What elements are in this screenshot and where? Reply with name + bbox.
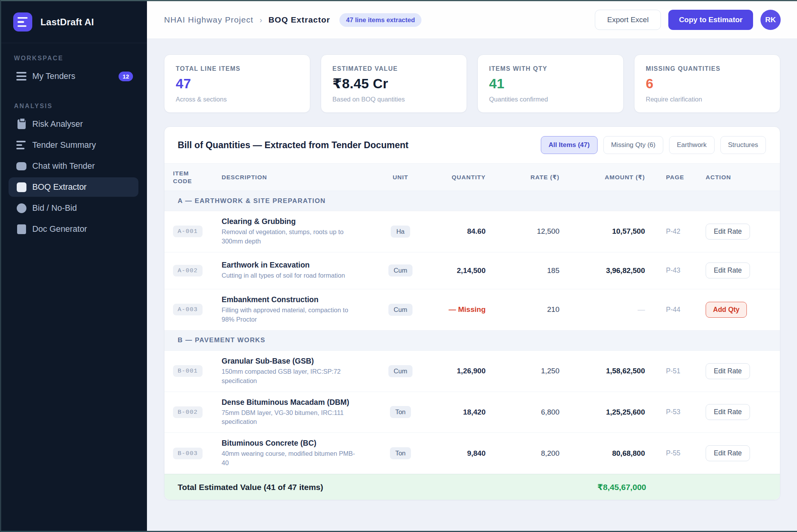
stat-card-items-with-qty: ITEMS WITH QTY41Quantities confirmed	[477, 54, 624, 113]
column-header-action: ACTION	[693, 168, 771, 186]
edit-rate-button[interactable]: Edit Rate	[706, 445, 750, 461]
quantity-cell: — Missing	[418, 305, 486, 314]
description-cell: Clearing & GrubbingRemoval of vegetation…	[222, 217, 383, 246]
action-cell: Add Qty	[693, 302, 771, 318]
sidebar-item-tender-summary[interactable]: Tender Summary	[9, 135, 138, 155]
sidebar-item-risk-analyser[interactable]: Risk Analyser	[9, 114, 138, 134]
breadcrumb-project[interactable]: NHAI Highway Project	[164, 15, 253, 24]
filter-chip-missing-qty-6[interactable]: Missing Qty (6)	[603, 136, 663, 154]
copy-to-estimator-button[interactable]: Copy to Estimator	[668, 10, 753, 30]
amount-cell: 3,96,82,500	[559, 266, 645, 275]
item-code: B-001	[173, 365, 203, 377]
sidebar-item-label: BOQ Extractor	[32, 182, 87, 192]
doc-icon	[16, 224, 26, 234]
unit-cell: Ton	[383, 447, 418, 459]
filter-chip-earthwork[interactable]: Earthwork	[669, 136, 715, 154]
item-subtitle: 75mm DBM layer, VG-30 bitumen, IRC:111 s…	[222, 408, 360, 427]
section-heading-row: A — EARTHWORK & SITE PREPARATION	[164, 191, 780, 211]
amount-cell: 1,25,25,600	[559, 408, 645, 416]
sidebar-item-my-tenders[interactable]: My Tenders12	[9, 66, 138, 86]
column-header-rate: RATE (₹)	[486, 168, 559, 186]
rate-cell: 8,200	[486, 449, 559, 458]
sidebar-item-doc-generator[interactable]: Doc Generator	[9, 219, 138, 239]
rate-cell: 12,500	[486, 227, 559, 236]
unit-pill: Cum	[388, 304, 413, 316]
sidebar: LastDraft AI WORKSPACEMy Tenders12ANALYS…	[1, 1, 147, 531]
stat-card-missing-quantities: MISSING QUANTITIES6Require clarification	[634, 54, 780, 113]
description-cell: Bituminous Concrete (BC)40mm wearing cou…	[222, 439, 383, 468]
stat-card-estimated-value: ESTIMATED VALUE₹8.45 CrBased on BOQ quan…	[321, 54, 467, 113]
item-subtitle: Filling with approved material, compacti…	[222, 306, 360, 324]
item-title: Granular Sub-Base (GSB)	[222, 357, 383, 366]
boq-row-a-002: A-002Earthwork in ExcavationCutting in a…	[164, 252, 780, 289]
edit-rate-button[interactable]: Edit Rate	[706, 224, 750, 240]
page-cell: P-44	[645, 306, 693, 314]
item-subtitle: 150mm compacted GSB layer, IRC:SP:72 spe…	[222, 367, 360, 386]
circle-icon	[16, 203, 26, 213]
boq-row-a-001: A-001Clearing & GrubbingRemoval of veget…	[164, 211, 780, 252]
sidebar-item-bid-no-bid[interactable]: Bid / No-Bid	[9, 198, 138, 218]
item-code-cell: B-002	[173, 406, 222, 418]
edit-rate-button[interactable]: Edit Rate	[706, 363, 750, 379]
page-content: TOTAL LINE ITEMS47Across & sectionsESTIM…	[147, 39, 797, 500]
edit-rate-button[interactable]: Edit Rate	[706, 262, 750, 278]
stats-row: TOTAL LINE ITEMS47Across & sectionsESTIM…	[164, 54, 780, 113]
section-heading-row: B — PAVEMENT WORKS	[164, 331, 780, 351]
quantity-cell: 1,26,900	[418, 367, 486, 375]
item-subtitle: Cutting in all types of soil for road fo…	[222, 271, 360, 280]
stat-sub: Require clarification	[646, 96, 769, 103]
user-avatar[interactable]: RK	[760, 10, 781, 30]
item-title: Earthwork in Excavation	[222, 261, 383, 270]
nav-section-label: WORKSPACE	[9, 55, 138, 62]
filter-chip-structures[interactable]: Structures	[720, 136, 766, 154]
breadcrumb-page: BOQ Extractor	[268, 15, 330, 24]
page-cell: P-51	[645, 367, 693, 375]
action-cell: Edit Rate	[693, 224, 771, 240]
stat-value: ₹8.45 Cr	[332, 76, 455, 91]
item-code-cell: B-003	[173, 448, 222, 459]
stat-value: 6	[646, 76, 769, 91]
add-qty-button[interactable]: Add Qty	[706, 302, 747, 318]
quantity-cell: 9,840	[418, 449, 486, 458]
page-cell: P-42	[645, 228, 693, 236]
sidebar-nav: WORKSPACEMy Tenders12ANALYSISRisk Analys…	[1, 43, 147, 240]
item-subtitle: 40mm wearing course, modified bitumen PM…	[222, 449, 360, 468]
sidebar-item-label: My Tenders	[32, 72, 75, 81]
amount-cell: 1,58,62,500	[559, 367, 645, 375]
sidebar-item-boq-extractor[interactable]: BOQ Extractor	[9, 177, 138, 197]
unit-cell: Cum	[383, 365, 418, 377]
app-window: LastDraft AI WORKSPACEMy Tenders12ANALYS…	[0, 0, 797, 532]
extracted-count-badge: 47 line items extracted	[339, 13, 421, 27]
column-header-amount: AMOUNT (₹)	[559, 168, 645, 186]
brand-logo-icon	[13, 12, 32, 32]
description-cell: Earthwork in ExcavationCutting in all ty…	[222, 261, 383, 280]
item-subtitle: Removal of vegetation, stumps, roots up …	[222, 228, 360, 246]
boq-row-b-002: B-002Dense Bituminous Macadam (DBM)75mm …	[164, 392, 780, 433]
item-code-cell: A-001	[173, 226, 222, 237]
unit-pill: Ton	[390, 406, 411, 418]
rate-cell: 185	[486, 266, 559, 275]
unit-pill: Cum	[388, 365, 413, 377]
action-cell: Edit Rate	[693, 404, 771, 420]
boq-icon	[16, 182, 26, 192]
chat-icon	[16, 162, 26, 170]
export-excel-button[interactable]: Export Excel	[595, 10, 661, 30]
amount-cell: 10,57,500	[559, 227, 645, 236]
filter-chip-all-items-47[interactable]: All Items (47)	[541, 136, 598, 154]
sidebar-item-label: Bid / No-Bid	[32, 203, 77, 213]
sidebar-item-chat-with-tender[interactable]: Chat with Tender	[9, 156, 138, 176]
section-heading: A — EARTHWORK & SITE PREPARATION	[178, 197, 326, 205]
item-title: Dense Bituminous Macadam (DBM)	[222, 398, 383, 407]
quantity-cell: 18,420	[418, 408, 486, 416]
page-cell: P-53	[645, 408, 693, 416]
quantity-cell: 84.60	[418, 227, 486, 236]
column-header-item-code: ITEM CODE	[173, 164, 200, 190]
page-cell: P-55	[645, 449, 693, 457]
edit-rate-button[interactable]: Edit Rate	[706, 404, 750, 420]
sidebar-item-label: Risk Analyser	[32, 119, 83, 129]
sidebar-item-label: Chat with Tender	[32, 161, 95, 171]
item-title: Bituminous Concrete (BC)	[222, 439, 383, 448]
description-cell: Dense Bituminous Macadam (DBM)75mm DBM l…	[222, 398, 383, 427]
total-value: ₹8,45,67,000	[581, 483, 646, 492]
unit-cell: Cum	[383, 264, 418, 276]
